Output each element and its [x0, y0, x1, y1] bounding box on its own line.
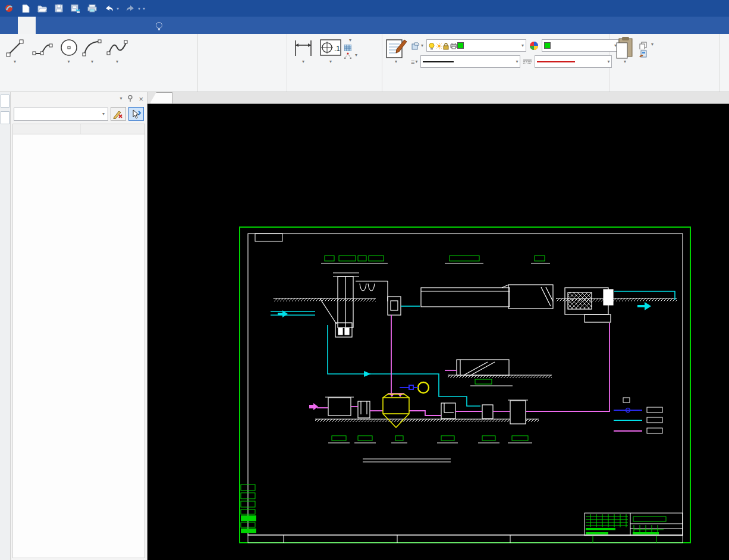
sheet-frame [240, 227, 690, 543]
draw-small-grid [130, 36, 195, 83]
properties-table [12, 124, 145, 558]
line-icon [5, 37, 25, 59]
title-block [585, 513, 683, 543]
arc-icon [81, 37, 103, 59]
color-wheel-icon[interactable] [529, 41, 539, 51]
modify-small-grid [200, 36, 288, 83]
save-icon[interactable] [54, 3, 64, 14]
gas-line [400, 385, 418, 389]
search-bulb-icon [156, 22, 162, 29]
scope-combo[interactable]: ▾ [14, 108, 108, 121]
circle-button[interactable]: ▾ [58, 36, 80, 83]
palette-dock-strip [0, 92, 11, 560]
document-tab[interactable] [150, 92, 172, 103]
layer-color-swatch [457, 42, 464, 49]
ribbon-section-draw: ▾ ▾ ▾ ▾ [0, 34, 198, 92]
layer-lock-icon [443, 43, 449, 49]
open-file-icon[interactable] [37, 3, 48, 14]
redo-dropdown-icon[interactable]: ▾ [138, 6, 140, 11]
linetype-combo[interactable]: ▾ [420, 55, 520, 68]
menu-item-common[interactable] [18, 17, 36, 34]
scope-combo-dropdown-icon: ▾ [102, 112, 105, 117]
linetype-preview [423, 61, 454, 62]
match-properties-icon [639, 50, 645, 56]
symbol-icon: .1 [320, 37, 341, 59]
color-swatch [544, 42, 551, 49]
lineweight-combo[interactable]: ▾ [535, 55, 612, 68]
ribbon-section-clipboard: ▾ ▾ [609, 34, 720, 92]
copy-button[interactable]: ▾ [639, 42, 653, 48]
paste-button[interactable]: ▾ [612, 36, 638, 83]
title-bar: ▾ ▾ ▾ [0, 0, 729, 17]
spline-button[interactable]: ▾ [105, 36, 130, 83]
print-icon[interactable] [87, 3, 98, 14]
menu-item-view[interactable] [107, 17, 125, 34]
layer-combo-dropdown[interactable]: ▾ [521, 43, 524, 48]
undo-dropdown-icon[interactable]: ▾ [117, 6, 119, 11]
layer-print-icon [450, 43, 456, 49]
menu-item-insert[interactable] [36, 17, 54, 34]
properties-panel: ▾ × ▾ [11, 92, 147, 560]
paste-icon [615, 37, 634, 59]
copy-icon [639, 42, 645, 48]
lineweight-tool-icon[interactable]: ≡▾ [411, 58, 417, 65]
layer-tool-icon[interactable]: ▾ [411, 42, 423, 50]
linetype-combo-dropdown[interactable]: ▾ [516, 59, 518, 64]
svg-text:.1: .1 [334, 45, 340, 53]
menu-item-tools[interactable] [89, 17, 107, 34]
ribbon-section-modify [198, 34, 287, 92]
layer-on-bulb-icon [429, 43, 435, 49]
customize-toolbar-icon[interactable]: ▾ [143, 6, 145, 11]
ribbon-section-properties: ▾ ▾ ▾ ▾ [382, 34, 609, 92]
polyline-icon [32, 37, 54, 59]
library-palette-tab-icon[interactable] [1, 111, 10, 124]
menu-item-menu[interactable] [0, 17, 18, 34]
properties-table-header [13, 124, 144, 134]
upper-label-row [325, 256, 545, 261]
function-search[interactable] [156, 17, 166, 34]
table-button[interactable] [344, 45, 357, 51]
select-entities-button[interactable] [128, 107, 144, 121]
pipe-legend [614, 398, 662, 433]
style-manager-button[interactable]: ▾ [385, 36, 407, 83]
linetype-scale-icon[interactable] [523, 59, 532, 65]
menu-item-help[interactable] [125, 17, 143, 34]
line-button[interactable]: ▾ [2, 36, 27, 83]
menu-item-sheet[interactable] [71, 17, 89, 34]
symbol-button[interactable]: .1 ▾ [317, 36, 344, 83]
redo-icon[interactable] [125, 3, 136, 14]
table-icon [344, 45, 350, 51]
quick-access-toolbar: ▾ ▾ ▾ [4, 3, 145, 14]
dimension-icon [293, 37, 313, 59]
coordinate-icon [344, 52, 350, 58]
drawing-canvas[interactable] [147, 104, 729, 560]
coordinate-button[interactable]: ▾ [344, 52, 357, 58]
properties-palette-tab-icon[interactable] [1, 95, 10, 108]
layer-combo[interactable]: ▾ [426, 39, 526, 52]
dimension-button[interactable]: ▾ [290, 36, 317, 83]
menu-item-annotate[interactable] [54, 17, 71, 34]
polyline-button[interactable] [27, 36, 58, 83]
undo-icon[interactable] [103, 3, 114, 14]
document-tab-bar [147, 92, 729, 104]
panel-menu-dropdown-icon[interactable]: ▾ [120, 96, 122, 101]
panel-close-icon[interactable]: × [139, 95, 143, 103]
new-file-icon[interactable] [20, 3, 31, 14]
clear-properties-button[interactable] [111, 107, 126, 121]
save-all-icon[interactable] [70, 3, 81, 14]
ribbon-section-annotate: ▾ .1 ▾ ▾ ▾ [287, 34, 382, 92]
lineweight-preview [537, 61, 575, 62]
style-manager-icon [385, 37, 407, 59]
cyan-pipes [271, 291, 675, 406]
arc-button[interactable]: ▾ [80, 36, 105, 83]
ribbon: ▾ ▾ ▾ ▾ ▾ .1 ▾ [0, 34, 729, 92]
panel-pin-icon[interactable] [127, 95, 133, 103]
cad-drawing [147, 104, 729, 560]
app-logo-icon[interactable] [4, 3, 14, 14]
circle-icon [59, 37, 79, 59]
menu-bar [0, 17, 729, 34]
gas-holder [418, 382, 429, 393]
text-button[interactable]: ▾ [344, 38, 357, 43]
match-properties-button[interactable] [639, 50, 653, 56]
color-combo[interactable]: ▾ [542, 39, 619, 52]
